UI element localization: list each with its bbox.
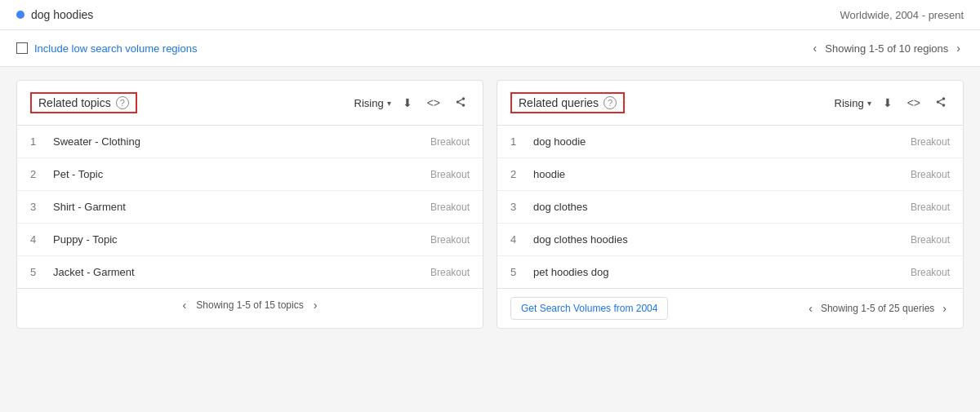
row-number: 3 bbox=[30, 201, 47, 213]
related-topics-footer: ‹ Showing 1-5 of 15 topics › bbox=[17, 288, 483, 321]
queries-prev-arrow[interactable]: ‹ bbox=[805, 300, 816, 317]
svg-point-1 bbox=[457, 100, 460, 104]
date-range: Worldwide, 2004 - present bbox=[840, 9, 964, 21]
row-label: dog clothes hoodies bbox=[533, 233, 911, 246]
related-queries-header: Related queries ? Rising ▾ ⬇ <> bbox=[497, 81, 963, 126]
related-queries-dropdown-arrow-icon: ▾ bbox=[867, 99, 871, 108]
row-number: 1 bbox=[30, 135, 47, 148]
svg-point-0 bbox=[462, 97, 466, 100]
svg-point-2 bbox=[462, 104, 466, 106]
row-badge: Breakout bbox=[911, 267, 950, 278]
filter-right: ‹ Showing 1-5 of 10 regions › bbox=[810, 40, 964, 56]
row-label: pet hoodies dog bbox=[533, 266, 911, 278]
table-row[interactable]: 2 hoodie Breakout bbox=[497, 158, 963, 191]
related-topics-title-box: Related topics ? bbox=[30, 92, 137, 113]
related-topics-dropdown-arrow-icon: ▾ bbox=[387, 99, 391, 108]
row-label: Jacket - Garment bbox=[53, 266, 430, 278]
related-topics-controls: Rising ▾ ⬇ <> bbox=[354, 95, 470, 112]
row-badge: Breakout bbox=[911, 234, 950, 246]
main-content: Related topics ? Rising ▾ ⬇ <> 1 Sweater… bbox=[0, 67, 980, 342]
low-volume-label[interactable]: Include low search volume regions bbox=[34, 42, 197, 55]
queries-next-arrow[interactable]: › bbox=[939, 300, 950, 317]
svg-point-7 bbox=[942, 104, 946, 106]
regions-next-arrow[interactable]: › bbox=[953, 40, 964, 56]
row-number: 3 bbox=[510, 201, 527, 213]
row-badge: Breakout bbox=[430, 136, 470, 148]
related-queries-download-button[interactable]: ⬇ bbox=[880, 95, 896, 111]
blue-dot-icon bbox=[16, 11, 24, 19]
svg-line-4 bbox=[459, 99, 462, 100]
top-bar-left: dog hoodies bbox=[16, 8, 93, 21]
queries-showing-text: Showing 1-5 of 25 queries bbox=[821, 303, 934, 314]
related-topics-code-button[interactable]: <> bbox=[424, 95, 443, 111]
row-label: hoodie bbox=[533, 168, 911, 180]
row-badge: Breakout bbox=[430, 234, 470, 246]
related-topics-share-button[interactable] bbox=[452, 95, 470, 112]
related-topics-title: Related topics bbox=[38, 96, 111, 109]
filter-bar: Include low search volume regions ‹ Show… bbox=[0, 30, 980, 67]
row-number: 1 bbox=[510, 135, 527, 148]
regions-showing-text: Showing 1-5 of 10 regions bbox=[825, 42, 948, 55]
row-badge: Breakout bbox=[430, 267, 470, 278]
table-row[interactable]: 5 Jacket - Garment Breakout bbox=[17, 256, 483, 288]
low-volume-checkbox[interactable] bbox=[16, 42, 28, 54]
search-term: dog hoodies bbox=[31, 8, 93, 21]
related-topics-download-button[interactable]: ⬇ bbox=[399, 95, 416, 111]
related-queries-dropdown[interactable]: Rising ▾ bbox=[835, 97, 871, 109]
row-number: 5 bbox=[30, 266, 47, 278]
topics-showing-text: Showing 1-5 of 15 topics bbox=[196, 299, 303, 311]
table-row[interactable]: 1 Sweater - Clothing Breakout bbox=[17, 126, 483, 158]
table-row[interactable]: 4 Puppy - Topic Breakout bbox=[17, 224, 483, 256]
related-queries-title: Related queries bbox=[519, 96, 599, 109]
related-queries-share-button[interactable] bbox=[932, 95, 950, 112]
row-badge: Breakout bbox=[430, 202, 470, 213]
row-label: Shirt - Garment bbox=[53, 201, 430, 213]
row-label: Puppy - Topic bbox=[53, 233, 430, 246]
table-row[interactable]: 3 Shirt - Garment Breakout bbox=[17, 191, 483, 224]
related-queries-title-box: Related queries ? bbox=[510, 92, 625, 113]
get-search-volumes-button[interactable]: Get Search Volumes from 2004 bbox=[510, 297, 668, 320]
related-queries-list: 1 dog hoodie Breakout 2 hoodie Breakout … bbox=[497, 126, 963, 288]
topics-prev-arrow[interactable]: ‹ bbox=[180, 297, 190, 313]
row-number: 2 bbox=[30, 168, 47, 180]
related-topics-dropdown[interactable]: Rising ▾ bbox=[354, 97, 391, 109]
row-number: 2 bbox=[510, 168, 527, 180]
svg-line-9 bbox=[939, 99, 942, 100]
related-topics-help-icon[interactable]: ? bbox=[116, 96, 129, 109]
related-topics-title-area: Related topics ? bbox=[30, 92, 137, 113]
row-number: 5 bbox=[510, 266, 527, 278]
svg-line-3 bbox=[459, 102, 462, 104]
row-badge: Breakout bbox=[911, 169, 950, 180]
related-queries-panel: Related queries ? Rising ▾ ⬇ <> 1 dog ho… bbox=[497, 80, 964, 329]
related-topics-header: Related topics ? Rising ▾ ⬇ <> bbox=[17, 81, 483, 126]
regions-prev-arrow[interactable]: ‹ bbox=[810, 40, 821, 56]
row-number: 4 bbox=[30, 233, 47, 246]
related-queries-code-button[interactable]: <> bbox=[904, 95, 924, 111]
svg-point-5 bbox=[942, 97, 946, 100]
filter-left: Include low search volume regions bbox=[16, 42, 197, 55]
row-label: Pet - Topic bbox=[53, 168, 430, 180]
row-label: dog clothes bbox=[533, 201, 911, 213]
related-queries-controls: Rising ▾ ⬇ <> bbox=[835, 95, 950, 112]
related-queries-footer: Get Search Volumes from 2004 ‹ Showing 1… bbox=[497, 288, 963, 328]
related-topics-list: 1 Sweater - Clothing Breakout 2 Pet - To… bbox=[17, 126, 483, 288]
row-badge: Breakout bbox=[430, 169, 470, 180]
row-badge: Breakout bbox=[911, 202, 950, 213]
table-row[interactable]: 3 dog clothes Breakout bbox=[497, 191, 963, 224]
row-label: dog hoodie bbox=[533, 135, 911, 148]
table-row[interactable]: 4 dog clothes hoodies Breakout bbox=[497, 224, 963, 256]
related-queries-title-area: Related queries ? bbox=[510, 92, 625, 113]
table-row[interactable]: 2 Pet - Topic Breakout bbox=[17, 158, 483, 191]
topics-next-arrow[interactable]: › bbox=[310, 297, 321, 313]
row-label: Sweater - Clothing bbox=[53, 135, 430, 148]
related-topics-panel: Related topics ? Rising ▾ ⬇ <> 1 Sweater… bbox=[16, 80, 483, 329]
queries-pagination: ‹ Showing 1-5 of 25 queries › bbox=[805, 300, 950, 317]
svg-line-8 bbox=[939, 102, 942, 104]
row-number: 4 bbox=[510, 233, 527, 246]
row-badge: Breakout bbox=[911, 136, 950, 148]
table-row[interactable]: 5 pet hoodies dog Breakout bbox=[497, 256, 963, 288]
top-bar: dog hoodies Worldwide, 2004 - present bbox=[0, 0, 980, 30]
related-queries-help-icon[interactable]: ? bbox=[604, 96, 617, 109]
table-row[interactable]: 1 dog hoodie Breakout bbox=[497, 126, 963, 158]
svg-point-6 bbox=[937, 100, 940, 104]
